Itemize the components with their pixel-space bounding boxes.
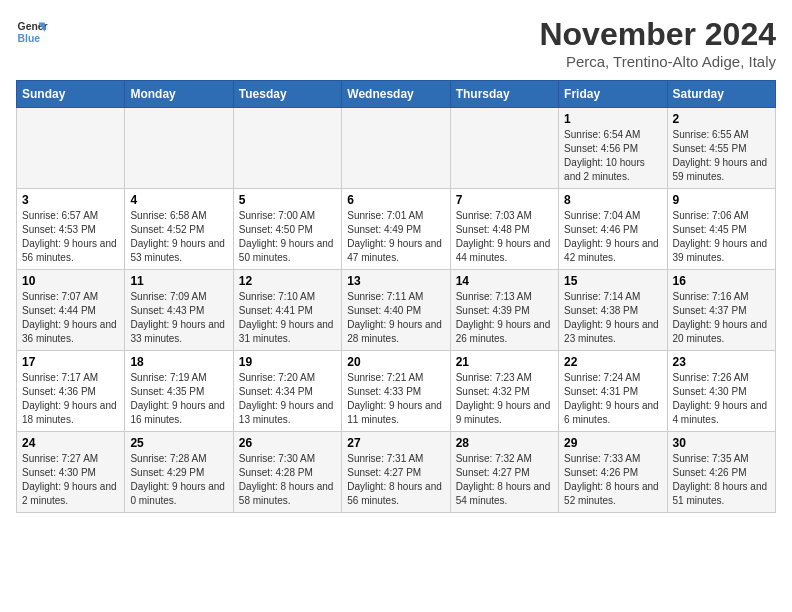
day-number: 12: [239, 274, 336, 288]
day-info: Sunrise: 6:57 AM Sunset: 4:53 PM Dayligh…: [22, 209, 119, 265]
day-info: Sunrise: 7:03 AM Sunset: 4:48 PM Dayligh…: [456, 209, 553, 265]
day-info: Sunrise: 6:55 AM Sunset: 4:55 PM Dayligh…: [673, 128, 770, 184]
day-info: Sunrise: 7:31 AM Sunset: 4:27 PM Dayligh…: [347, 452, 444, 508]
week-row-0: 1Sunrise: 6:54 AM Sunset: 4:56 PM Daylig…: [17, 108, 776, 189]
day-number: 23: [673, 355, 770, 369]
calendar-header: Sunday Monday Tuesday Wednesday Thursday…: [17, 81, 776, 108]
day-info: Sunrise: 7:30 AM Sunset: 4:28 PM Dayligh…: [239, 452, 336, 508]
calendar-body: 1Sunrise: 6:54 AM Sunset: 4:56 PM Daylig…: [17, 108, 776, 513]
day-info: Sunrise: 7:13 AM Sunset: 4:39 PM Dayligh…: [456, 290, 553, 346]
day-info: Sunrise: 7:07 AM Sunset: 4:44 PM Dayligh…: [22, 290, 119, 346]
day-cell-2-4: 14Sunrise: 7:13 AM Sunset: 4:39 PM Dayli…: [450, 270, 558, 351]
day-number: 11: [130, 274, 227, 288]
day-cell-0-3: [342, 108, 450, 189]
day-info: Sunrise: 7:20 AM Sunset: 4:34 PM Dayligh…: [239, 371, 336, 427]
day-cell-1-5: 8Sunrise: 7:04 AM Sunset: 4:46 PM Daylig…: [559, 189, 667, 270]
day-number: 8: [564, 193, 661, 207]
day-info: Sunrise: 7:33 AM Sunset: 4:26 PM Dayligh…: [564, 452, 661, 508]
header-saturday: Saturday: [667, 81, 775, 108]
day-cell-0-0: [17, 108, 125, 189]
week-row-1: 3Sunrise: 6:57 AM Sunset: 4:53 PM Daylig…: [17, 189, 776, 270]
day-number: 5: [239, 193, 336, 207]
day-cell-1-2: 5Sunrise: 7:00 AM Sunset: 4:50 PM Daylig…: [233, 189, 341, 270]
day-cell-3-2: 19Sunrise: 7:20 AM Sunset: 4:34 PM Dayli…: [233, 351, 341, 432]
day-number: 20: [347, 355, 444, 369]
day-number: 29: [564, 436, 661, 450]
day-info: Sunrise: 7:26 AM Sunset: 4:30 PM Dayligh…: [673, 371, 770, 427]
day-info: Sunrise: 7:32 AM Sunset: 4:27 PM Dayligh…: [456, 452, 553, 508]
day-number: 3: [22, 193, 119, 207]
day-cell-0-6: 2Sunrise: 6:55 AM Sunset: 4:55 PM Daylig…: [667, 108, 775, 189]
logo: General Blue: [16, 16, 48, 48]
header-wednesday: Wednesday: [342, 81, 450, 108]
day-number: 21: [456, 355, 553, 369]
day-cell-1-1: 4Sunrise: 6:58 AM Sunset: 4:52 PM Daylig…: [125, 189, 233, 270]
day-info: Sunrise: 7:16 AM Sunset: 4:37 PM Dayligh…: [673, 290, 770, 346]
week-row-2: 10Sunrise: 7:07 AM Sunset: 4:44 PM Dayli…: [17, 270, 776, 351]
day-cell-1-0: 3Sunrise: 6:57 AM Sunset: 4:53 PM Daylig…: [17, 189, 125, 270]
day-cell-3-3: 20Sunrise: 7:21 AM Sunset: 4:33 PM Dayli…: [342, 351, 450, 432]
day-cell-4-0: 24Sunrise: 7:27 AM Sunset: 4:30 PM Dayli…: [17, 432, 125, 513]
day-info: Sunrise: 7:24 AM Sunset: 4:31 PM Dayligh…: [564, 371, 661, 427]
logo-icon: General Blue: [16, 16, 48, 48]
day-number: 6: [347, 193, 444, 207]
day-number: 22: [564, 355, 661, 369]
day-cell-4-6: 30Sunrise: 7:35 AM Sunset: 4:26 PM Dayli…: [667, 432, 775, 513]
day-number: 17: [22, 355, 119, 369]
day-cell-1-3: 6Sunrise: 7:01 AM Sunset: 4:49 PM Daylig…: [342, 189, 450, 270]
day-info: Sunrise: 7:11 AM Sunset: 4:40 PM Dayligh…: [347, 290, 444, 346]
day-cell-4-3: 27Sunrise: 7:31 AM Sunset: 4:27 PM Dayli…: [342, 432, 450, 513]
day-number: 16: [673, 274, 770, 288]
day-number: 7: [456, 193, 553, 207]
header-friday: Friday: [559, 81, 667, 108]
day-number: 25: [130, 436, 227, 450]
day-info: Sunrise: 6:54 AM Sunset: 4:56 PM Dayligh…: [564, 128, 661, 184]
header-thursday: Thursday: [450, 81, 558, 108]
location-title: Perca, Trentino-Alto Adige, Italy: [539, 53, 776, 70]
day-cell-3-6: 23Sunrise: 7:26 AM Sunset: 4:30 PM Dayli…: [667, 351, 775, 432]
day-number: 19: [239, 355, 336, 369]
day-info: Sunrise: 7:09 AM Sunset: 4:43 PM Dayligh…: [130, 290, 227, 346]
title-area: November 2024 Perca, Trentino-Alto Adige…: [539, 16, 776, 70]
header-row: Sunday Monday Tuesday Wednesday Thursday…: [17, 81, 776, 108]
day-info: Sunrise: 7:06 AM Sunset: 4:45 PM Dayligh…: [673, 209, 770, 265]
header-monday: Monday: [125, 81, 233, 108]
day-cell-1-6: 9Sunrise: 7:06 AM Sunset: 4:45 PM Daylig…: [667, 189, 775, 270]
day-info: Sunrise: 7:19 AM Sunset: 4:35 PM Dayligh…: [130, 371, 227, 427]
calendar-table: Sunday Monday Tuesday Wednesday Thursday…: [16, 80, 776, 513]
day-info: Sunrise: 7:17 AM Sunset: 4:36 PM Dayligh…: [22, 371, 119, 427]
day-number: 2: [673, 112, 770, 126]
day-cell-0-4: [450, 108, 558, 189]
day-cell-1-4: 7Sunrise: 7:03 AM Sunset: 4:48 PM Daylig…: [450, 189, 558, 270]
day-number: 26: [239, 436, 336, 450]
day-info: Sunrise: 7:04 AM Sunset: 4:46 PM Dayligh…: [564, 209, 661, 265]
month-title: November 2024: [539, 16, 776, 53]
day-cell-2-1: 11Sunrise: 7:09 AM Sunset: 4:43 PM Dayli…: [125, 270, 233, 351]
day-info: Sunrise: 7:01 AM Sunset: 4:49 PM Dayligh…: [347, 209, 444, 265]
week-row-4: 24Sunrise: 7:27 AM Sunset: 4:30 PM Dayli…: [17, 432, 776, 513]
day-cell-3-4: 21Sunrise: 7:23 AM Sunset: 4:32 PM Dayli…: [450, 351, 558, 432]
day-cell-2-5: 15Sunrise: 7:14 AM Sunset: 4:38 PM Dayli…: [559, 270, 667, 351]
day-number: 10: [22, 274, 119, 288]
day-number: 9: [673, 193, 770, 207]
day-cell-4-4: 28Sunrise: 7:32 AM Sunset: 4:27 PM Dayli…: [450, 432, 558, 513]
day-cell-2-3: 13Sunrise: 7:11 AM Sunset: 4:40 PM Dayli…: [342, 270, 450, 351]
svg-text:Blue: Blue: [18, 33, 41, 44]
day-cell-3-0: 17Sunrise: 7:17 AM Sunset: 4:36 PM Dayli…: [17, 351, 125, 432]
day-cell-4-2: 26Sunrise: 7:30 AM Sunset: 4:28 PM Dayli…: [233, 432, 341, 513]
day-cell-0-2: [233, 108, 341, 189]
day-cell-3-1: 18Sunrise: 7:19 AM Sunset: 4:35 PM Dayli…: [125, 351, 233, 432]
day-number: 15: [564, 274, 661, 288]
day-info: Sunrise: 7:10 AM Sunset: 4:41 PM Dayligh…: [239, 290, 336, 346]
header-sunday: Sunday: [17, 81, 125, 108]
day-cell-3-5: 22Sunrise: 7:24 AM Sunset: 4:31 PM Dayli…: [559, 351, 667, 432]
day-cell-4-1: 25Sunrise: 7:28 AM Sunset: 4:29 PM Dayli…: [125, 432, 233, 513]
day-info: Sunrise: 7:21 AM Sunset: 4:33 PM Dayligh…: [347, 371, 444, 427]
day-number: 14: [456, 274, 553, 288]
day-info: Sunrise: 7:14 AM Sunset: 4:38 PM Dayligh…: [564, 290, 661, 346]
week-row-3: 17Sunrise: 7:17 AM Sunset: 4:36 PM Dayli…: [17, 351, 776, 432]
day-number: 24: [22, 436, 119, 450]
day-cell-0-5: 1Sunrise: 6:54 AM Sunset: 4:56 PM Daylig…: [559, 108, 667, 189]
header-tuesday: Tuesday: [233, 81, 341, 108]
day-number: 27: [347, 436, 444, 450]
